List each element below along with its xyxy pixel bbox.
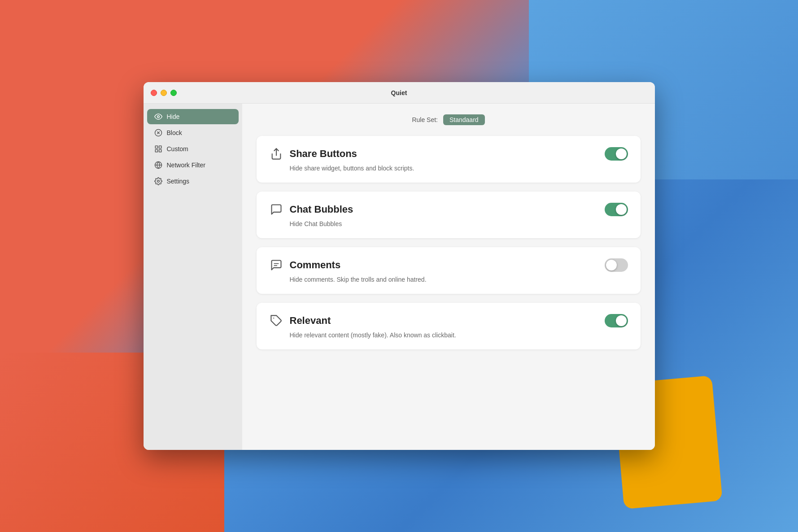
svg-rect-6 [155, 150, 157, 152]
rule-set-header: Rule Set: Standaard [257, 114, 641, 125]
traffic-lights [151, 90, 177, 96]
sidebar-item-settings[interactable]: Settings [147, 174, 239, 189]
sidebar-item-block-label: Block [167, 129, 182, 136]
tag-icon [269, 314, 283, 328]
sidebar-item-network-filter-label: Network Filter [167, 161, 205, 169]
window-body: Hide Block [144, 104, 655, 450]
share-buttons-toggle-thumb [616, 148, 627, 159]
svg-rect-7 [159, 150, 161, 152]
relevant-toggle[interactable] [605, 314, 628, 327]
chat-bubbles-card: Chat Bubbles Hide Chat Bubbles [257, 192, 641, 238]
sidebar-item-hide[interactable]: Hide [147, 109, 239, 124]
comments-card: Comments Hide comments. Skip the trolls … [257, 247, 641, 294]
chat-bubbles-card-header: Chat Bubbles [269, 202, 628, 217]
chat-bubbles-title-group: Chat Bubbles [269, 202, 353, 217]
close-button[interactable] [151, 90, 157, 96]
share-buttons-card: Share Buttons Hide share widget, buttons… [257, 136, 641, 183]
share-buttons-description: Hide share widget, buttons and block scr… [290, 165, 628, 172]
svg-point-0 [157, 116, 159, 118]
svg-rect-5 [159, 146, 161, 148]
sidebar: Hide Block [144, 104, 242, 450]
share-icon [269, 147, 283, 161]
x-circle-icon [154, 129, 162, 137]
svg-rect-4 [155, 146, 157, 148]
maximize-button[interactable] [170, 90, 177, 96]
chat-bubbles-description: Hide Chat Bubbles [290, 220, 628, 227]
svg-point-10 [157, 180, 159, 183]
chat-bubbles-toggle[interactable] [605, 203, 628, 216]
rule-set-label: Rule Set: [412, 116, 438, 123]
chat-bubbles-title: Chat Bubbles [290, 204, 353, 215]
cards-container: Share Buttons Hide share widget, buttons… [257, 136, 641, 349]
share-buttons-card-header: Share Buttons [269, 147, 628, 161]
comments-toggle-thumb [606, 260, 617, 270]
sidebar-item-network-filter[interactable]: Network Filter [147, 157, 239, 173]
titlebar: Quiet [144, 82, 655, 104]
relevant-toggle-thumb [616, 315, 627, 326]
chat-bubbles-toggle-thumb [616, 204, 627, 215]
eye-icon [154, 113, 162, 121]
main-panel: Rule Set: Standaard [242, 104, 655, 450]
relevant-card: Relevant Hide relevant content (mostly f… [257, 303, 641, 349]
gear-icon [154, 177, 162, 185]
rule-set-badge: Standaard [443, 114, 485, 125]
sidebar-item-custom-label: Custom [167, 145, 188, 153]
chat-icon [269, 202, 283, 217]
relevant-title-group: Relevant [269, 314, 331, 328]
relevant-card-header: Relevant [269, 314, 628, 328]
share-buttons-title-group: Share Buttons [269, 147, 357, 161]
window-title: Quiet [391, 89, 407, 96]
comments-card-header: Comments [269, 258, 628, 272]
share-buttons-title: Share Buttons [290, 148, 357, 160]
sidebar-item-block[interactable]: Block [147, 125, 239, 140]
globe-icon [154, 161, 162, 169]
app-window: Quiet Hide [144, 82, 655, 450]
comments-description: Hide comments. Skip the trolls and onlin… [290, 276, 628, 283]
comments-title: Comments [290, 259, 341, 271]
share-buttons-toggle[interactable] [605, 147, 628, 161]
sidebar-item-hide-label: Hide [167, 113, 180, 120]
minimize-button[interactable] [161, 90, 167, 96]
relevant-title: Relevant [290, 315, 331, 327]
relevant-description: Hide relevant content (mostly fake). Als… [290, 331, 628, 339]
sidebar-item-settings-label: Settings [167, 178, 190, 185]
comments-title-group: Comments [269, 258, 341, 272]
comments-icon [269, 258, 283, 272]
comments-toggle[interactable] [605, 258, 628, 272]
grid-icon [154, 145, 162, 153]
sidebar-item-custom[interactable]: Custom [147, 141, 239, 157]
